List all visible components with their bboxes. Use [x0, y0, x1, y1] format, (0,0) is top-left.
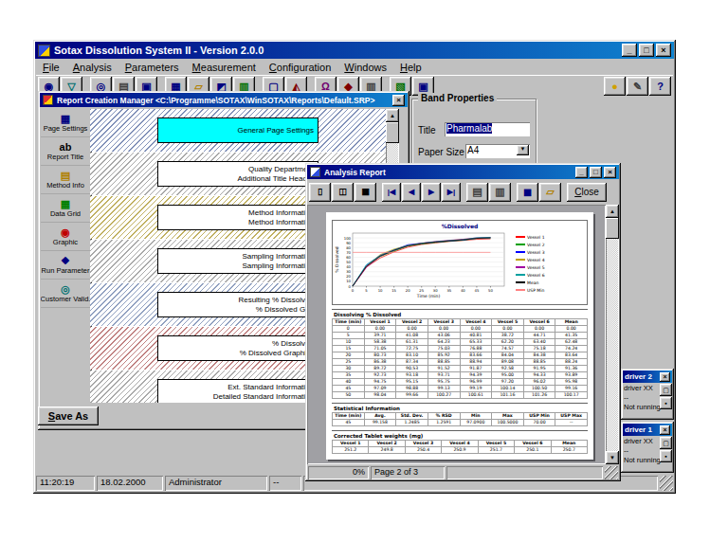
menu-item[interactable]: File [36, 61, 66, 74]
scrollbar-thumb[interactable] [606, 218, 619, 239]
svg-text:60: 60 [346, 255, 351, 260]
next-page-icon[interactable]: ▶ [422, 183, 441, 202]
chart-title: %Dissolved [334, 223, 586, 229]
analysis-report-titlebar[interactable]: Analysis Report _ □ × [307, 165, 619, 179]
report-manager-close-button[interactable]: × [392, 95, 405, 106]
sidebar-item-data-grid[interactable]: ▦ Data Grid [41, 194, 90, 223]
weights-table-grid: Vessel 1Vessel 2Vessel 3Vessel 4Vessel 5… [332, 440, 588, 454]
driver-led-button[interactable]: ▪ [660, 450, 672, 462]
last-page-icon[interactable]: ▶| [442, 183, 461, 202]
report-close-button[interactable]: Close [567, 183, 607, 202]
menu-item[interactable]: Measurement [186, 61, 263, 74]
prev-page-icon[interactable]: ◀ [402, 183, 421, 202]
menu-item[interactable]: Configuration [263, 61, 337, 74]
print-icon[interactable]: ▤ [466, 183, 488, 202]
driver-titlebar[interactable]: driver 2 × [623, 370, 672, 383]
driver-close-button[interactable]: × [660, 425, 670, 435]
two-page-icon[interactable]: ◫ [332, 183, 354, 202]
save-as-button[interactable]: Save As [38, 406, 99, 425]
sidebar-item-report-title[interactable]: ab Report Title [41, 137, 90, 166]
driver-window-button[interactable]: ▢ [660, 384, 672, 396]
legend-label: Vessel 4 [527, 258, 545, 262]
maximize-button[interactable]: □ [639, 44, 654, 57]
column-header-cell: Mean [551, 441, 587, 447]
edit-icon[interactable]: ✎ [627, 77, 648, 96]
data-cell: 0.00 [364, 326, 396, 333]
data-cell: 64.23 [428, 339, 460, 346]
data-cell: 99.16 [555, 386, 588, 392]
combo-dropdown-icon[interactable]: ▼ [517, 145, 529, 155]
report-chart-block: %Dissolved 01020304050607080901000510152… [332, 220, 588, 305]
data-cell: 95.00 [492, 372, 524, 379]
open-icon[interactable]: ▱ [539, 183, 561, 202]
data-cell: 89.08 [492, 359, 524, 366]
analysis-minimize-button[interactable]: _ [575, 167, 588, 178]
sidebar-item-run-parameter[interactable]: ❖ Run Parameter [41, 251, 90, 280]
sidebar-item-icon: ▦ [61, 114, 70, 124]
sidebar-item-label: Graphic [53, 238, 78, 246]
scrollbar-thumb[interactable] [386, 122, 399, 143]
column-header-cell: Mean [555, 319, 588, 326]
first-page-icon[interactable]: |◀ [382, 183, 401, 202]
scroll-down-icon[interactable]: ▼ [606, 451, 619, 464]
zoom-page-icon[interactable]: ▯ [309, 183, 331, 202]
data-cell: 35 [333, 372, 365, 379]
close-button[interactable]: × [656, 44, 671, 57]
band-box: Ext. Standard Information Detailed Stand… [157, 379, 318, 403]
sidebar-item-icon: ◎ [61, 284, 70, 295]
driver-led-button[interactable]: ▪ [660, 397, 672, 409]
data-cell: 72.75 [396, 346, 428, 352]
scroll-up-icon[interactable]: ▲ [606, 205, 619, 218]
data-cell: 100.17 [555, 392, 588, 399]
analysis-toolbar: ▯◫▦ |◀◀▶▶| ▤▥ ◼▱ Close [308, 181, 618, 203]
main-resize-grip[interactable] [660, 476, 673, 491]
paper-size-label: Paper Size [418, 147, 464, 157]
report-manager-titlebar[interactable]: Report Creation Manager <C:\Programme\SO… [40, 93, 408, 107]
menu-item[interactable]: Help [393, 61, 428, 74]
sidebar-item-graphic[interactable]: ◉ Graphic [41, 223, 90, 251]
driver-close-button[interactable]: × [660, 372, 670, 382]
status-user: Administrator [165, 476, 267, 491]
hints-icon[interactable]: ● [604, 77, 626, 96]
help-icon[interactable]: ? [649, 77, 671, 96]
band-line-2: % Dissolved Graphics [162, 349, 314, 358]
analysis-maximize-button[interactable]: □ [590, 167, 602, 178]
sidebar-item-page-settings[interactable]: ▦ Page Settings [41, 109, 90, 137]
menu-item[interactable]: Windows [337, 61, 393, 74]
menu-item[interactable]: Parameters [118, 61, 186, 74]
column-header-cell: Max [492, 413, 524, 420]
column-header-cell: USP Max [555, 413, 588, 420]
data-cell: 100.61 [460, 392, 492, 399]
preview-scrollbar[interactable]: ▲ ▼ [606, 205, 619, 464]
save-icon[interactable]: ◼ [517, 183, 538, 202]
analysis-close-button[interactable]: × [604, 167, 616, 178]
menu-item[interactable]: Analysis [66, 61, 118, 74]
column-header-cell: Vessel 2 [369, 441, 405, 447]
legend-label: Vessel 6 [527, 273, 545, 278]
driver-titlebar[interactable]: driver 1 × [623, 424, 672, 436]
minimize-button[interactable]: _ [622, 44, 637, 57]
data-cell: 30 [333, 366, 365, 372]
data-cell: 40.81 [460, 333, 492, 339]
main-titlebar[interactable]: Sotax Dissolution System II - Version 2.… [35, 42, 674, 59]
band-line-1: Ext. Standard Information [162, 383, 314, 392]
title-field[interactable]: Pharmalab [445, 122, 530, 136]
band-line-2: Method Information [162, 218, 314, 227]
data-cell: 90.53 [396, 366, 428, 372]
sidebar-item-method-info[interactable]: ▤ Method Info [41, 166, 90, 194]
y-axis-label: % Dissolved [335, 246, 339, 273]
driver-window-button[interactable]: ▢ [660, 437, 672, 449]
resize-grip[interactable] [605, 466, 618, 479]
legend-label: Vessel 3 [527, 250, 545, 255]
report-band[interactable]: General Page Settings [90, 109, 386, 152]
data-cell: 61.31 [396, 339, 428, 346]
svg-text:30: 30 [346, 269, 351, 274]
print-setup-icon[interactable]: ▥ [489, 183, 511, 202]
analysis-report-icon [310, 167, 320, 177]
driver-buttons: ▢ ▪ [660, 384, 672, 409]
multi-page-icon[interactable]: ▦ [355, 183, 376, 202]
sidebar-item-customer-valid[interactable]: ◎ Customer Valid. [41, 280, 90, 308]
paper-size-combo[interactable]: A4 ▼ [465, 144, 530, 158]
legend-swatch [516, 281, 525, 283]
scroll-up-icon[interactable]: ▲ [386, 109, 399, 122]
